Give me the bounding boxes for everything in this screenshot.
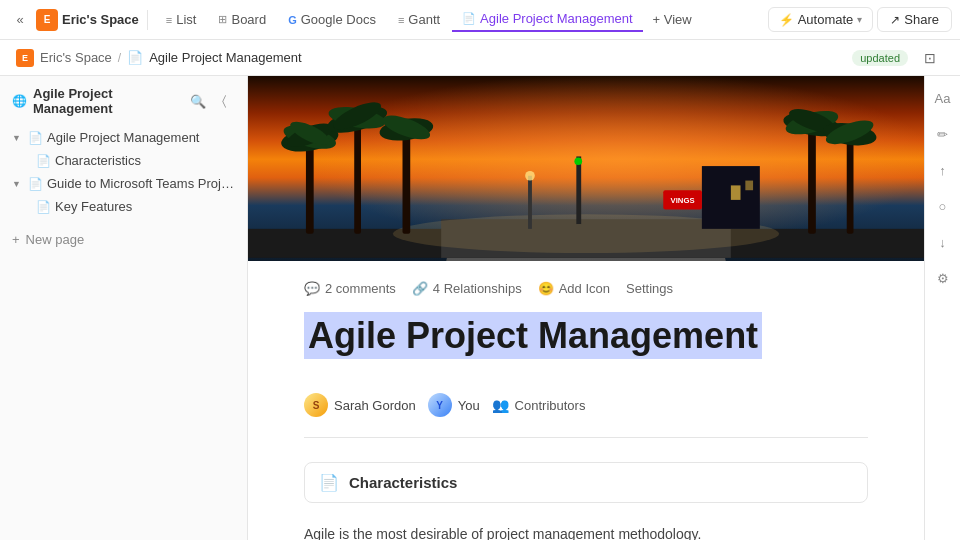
relationships-btn[interactable]: 🔗 4 Relationships — [412, 281, 522, 296]
breadcrumb-page-name: Agile Project Management — [149, 50, 301, 65]
svg-rect-8 — [354, 118, 361, 234]
doc-title: Agile Project Management — [304, 312, 762, 359]
svg-point-30 — [525, 171, 535, 181]
svg-rect-15 — [808, 123, 816, 234]
tab-gantt[interactable]: ≡ Gantt — [388, 8, 450, 31]
circle-btn[interactable]: ○ — [929, 192, 957, 220]
doc-body: 💬 2 comments 🔗 4 Relationships 😊 Add Ico… — [248, 261, 924, 540]
share-icon: ↗ — [890, 13, 900, 27]
author-sarah-name: Sarah Gordon — [334, 398, 416, 413]
add-view-btn[interactable]: + View — [645, 8, 700, 31]
workspace-name: Eric's Space — [62, 12, 139, 27]
contributors-label: Contributors — [515, 398, 586, 413]
doc-icon-characteristics: 📄 — [36, 154, 51, 168]
add-icon-label: Add Icon — [559, 281, 610, 296]
collapse-sidebar-btn[interactable]: « — [8, 8, 32, 32]
breadcrumb-page: 📄 — [127, 50, 143, 65]
download-btn[interactable]: ↓ — [929, 228, 957, 256]
sidebar-label-agile-pm: Agile Project Management — [47, 130, 235, 145]
settings-btn[interactable]: Settings — [626, 281, 673, 296]
breadcrumb-sep: / — [118, 51, 121, 65]
add-icon-btn[interactable]: 😊 Add Icon — [538, 281, 610, 296]
author-you-name: You — [458, 398, 480, 413]
tab-google-docs-label: Google Docs — [301, 12, 376, 27]
contributors-icon: 👥 — [492, 397, 509, 413]
new-page-btn[interactable]: + New page — [0, 226, 247, 253]
svg-rect-12 — [403, 127, 411, 233]
add-view-label: + View — [653, 12, 692, 27]
sidebar-header: 🌐 Agile Project Management 🔍 〈 — [0, 76, 247, 122]
comments-count: 2 comments — [325, 281, 396, 296]
sidebar-more-btn[interactable]: 〈 — [213, 90, 235, 112]
tab-agile[interactable]: 📄 Agile Project Management — [452, 7, 642, 32]
tab-agile-label: Agile Project Management — [480, 11, 632, 26]
sidebar-item-key-features[interactable]: 📄 Key Features — [0, 195, 247, 218]
svg-rect-24 — [745, 181, 753, 191]
doc-icon-guide-ms: 📄 — [28, 177, 43, 191]
doc-icon-agile-pm: 📄 — [28, 131, 43, 145]
avatar-you: Y — [428, 393, 452, 417]
list-icon: ≡ — [166, 14, 172, 26]
settings-toolbar-btn[interactable]: ⚙ — [929, 264, 957, 292]
sidebar-label-key-features: Key Features — [55, 199, 235, 214]
sidebar-item-agile-pm[interactable]: ▼ 📄 Agile Project Management — [0, 126, 247, 149]
automate-label: Automate — [798, 12, 854, 27]
settings-label: Settings — [626, 281, 673, 296]
doc-meta-bar: 💬 2 comments 🔗 4 Relationships 😊 Add Ico… — [304, 281, 868, 296]
nav-tabs: ≡ List ⊞ Board G Google Docs ≡ Gantt 📄 A… — [156, 7, 764, 32]
sidebar-globe-icon: 🌐 — [12, 94, 27, 108]
topbar: « E Eric's Space ≡ List ⊞ Board G Google… — [0, 0, 960, 40]
toggle-guide-ms: ▼ — [12, 179, 24, 189]
google-docs-icon: G — [288, 14, 297, 26]
sidebar-label-guide-ms: Guide to Microsoft Teams Project... — [47, 176, 235, 191]
sidebar-item-guide-ms[interactable]: ▼ 📄 Guide to Microsoft Teams Project... — [0, 172, 247, 195]
board-icon: ⊞ — [218, 13, 227, 26]
section-block[interactable]: 📄 Characteristics — [304, 462, 868, 503]
sidebar-search-btn[interactable]: 🔍 — [187, 90, 209, 112]
workspace-badge: E — [36, 9, 58, 31]
tab-list-label: List — [176, 12, 196, 27]
sidebar: 🌐 Agile Project Management 🔍 〈 ▼ 📄 Agile… — [0, 76, 248, 540]
edit-btn[interactable]: ✏ — [929, 120, 957, 148]
layout-toggle-btn[interactable]: ⊡ — [916, 44, 944, 72]
svg-rect-23 — [731, 185, 741, 199]
agile-doc-icon: 📄 — [462, 12, 476, 25]
tab-board-label: Board — [231, 12, 266, 27]
toggle-agile-pm: ▼ — [12, 133, 24, 143]
comment-icon: 💬 — [304, 281, 320, 296]
sidebar-title-text: Agile Project Management — [33, 86, 187, 116]
tab-list[interactable]: ≡ List — [156, 8, 207, 31]
comments-btn[interactable]: 💬 2 comments — [304, 281, 396, 296]
sidebar-item-characteristics[interactable]: 📄 Characteristics — [0, 149, 247, 172]
svg-rect-29 — [528, 176, 532, 229]
share-toolbar-btn[interactable]: ↑ — [929, 156, 957, 184]
tab-board[interactable]: ⊞ Board — [208, 8, 276, 31]
section-title: Characteristics — [349, 474, 457, 491]
author-sarah[interactable]: S Sarah Gordon — [304, 393, 416, 417]
contributors-btn[interactable]: 👥 Contributors — [492, 397, 586, 413]
text-format-btn[interactable]: Aa — [929, 84, 957, 112]
hero-svg: VINGS — [248, 76, 924, 261]
hero-image: VINGS — [248, 76, 924, 261]
automate-btn[interactable]: ⚡ Automate ▾ — [768, 7, 874, 32]
content-area: VINGS 💬 2 comments 🔗 4 Relationships — [248, 76, 924, 540]
author-you[interactable]: Y You — [428, 393, 480, 417]
new-page-label: New page — [26, 232, 85, 247]
updated-badge: updated — [852, 50, 908, 66]
authors-row: S Sarah Gordon Y You 👥 Contributors — [304, 393, 868, 438]
tab-google-docs[interactable]: G Google Docs — [278, 8, 386, 31]
share-btn[interactable]: ↗ Share — [877, 7, 952, 32]
tab-gantt-label: Gantt — [408, 12, 440, 27]
right-toolbar: Aa ✏ ↑ ○ ↓ ⚙ — [924, 76, 960, 540]
doc-paragraph-1: Agile is the most desirable of project m… — [304, 523, 868, 540]
relationships-icon: 🔗 — [412, 281, 428, 296]
breadcrumb-workspace[interactable]: Eric's Space — [40, 50, 112, 65]
svg-point-28 — [574, 157, 582, 165]
section-doc-icon: 📄 — [319, 473, 339, 492]
sidebar-tree: ▼ 📄 Agile Project Management 📄 Character… — [0, 122, 247, 222]
new-page-plus-icon: + — [12, 232, 20, 247]
breadcrumb-bar: E Eric's Space / 📄 Agile Project Managem… — [0, 40, 960, 76]
sidebar-label-characteristics: Characteristics — [55, 153, 235, 168]
svg-rect-3 — [306, 137, 314, 234]
svg-rect-27 — [576, 156, 581, 224]
